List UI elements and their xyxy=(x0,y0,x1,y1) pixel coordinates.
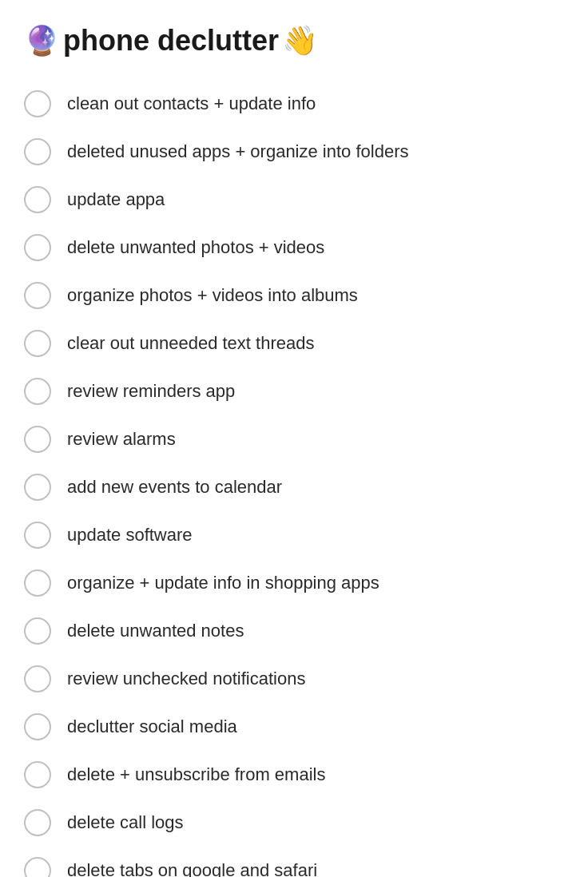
checkbox-item-7[interactable] xyxy=(24,378,51,405)
checkbox-item-15[interactable] xyxy=(24,761,51,788)
checkbox-item-11[interactable] xyxy=(24,569,51,597)
checkbox-item-10[interactable] xyxy=(24,522,51,549)
checkbox-item-5[interactable] xyxy=(24,282,51,309)
checkbox-item-6[interactable] xyxy=(24,330,51,357)
checkbox-item-9[interactable] xyxy=(24,474,51,501)
list-item: delete tabs on google and safari xyxy=(24,847,564,877)
list-item: delete unwanted notes xyxy=(24,607,564,655)
title-wave-emoji: 👋 xyxy=(282,24,318,58)
item-label-17: delete tabs on google and safari xyxy=(67,859,317,877)
item-label-4: delete unwanted photos + videos xyxy=(67,236,324,260)
list-item: organize photos + videos into albums xyxy=(24,272,564,319)
list-item: delete unwanted photos + videos xyxy=(24,224,564,272)
checkbox-item-17[interactable] xyxy=(24,857,51,877)
item-label-14: declutter social media xyxy=(67,716,237,739)
list-item: clean out contacts + update info xyxy=(24,80,564,128)
item-label-8: review alarms xyxy=(67,428,176,451)
list-item: clear out unneeded text threads xyxy=(24,319,564,367)
checkbox-item-16[interactable] xyxy=(24,809,51,836)
checkbox-item-2[interactable] xyxy=(24,138,51,165)
item-label-15: delete + unsubscribe from emails xyxy=(67,764,325,787)
item-label-2: deleted unused apps + organize into fold… xyxy=(67,141,408,164)
item-label-6: clear out unneeded text threads xyxy=(67,332,314,355)
list-item: update software xyxy=(24,511,564,559)
item-label-11: organize + update info in shopping apps xyxy=(67,572,379,595)
list-item: organize + update info in shopping apps xyxy=(24,559,564,607)
item-label-12: delete unwanted notes xyxy=(67,620,244,643)
item-label-1: clean out contacts + update info xyxy=(67,93,316,116)
item-label-5: organize photos + videos into albums xyxy=(67,284,358,308)
list-item: delete call logs xyxy=(24,799,564,847)
list-item: review unchecked notifications xyxy=(24,655,564,703)
item-label-9: add new events to calendar xyxy=(67,476,282,499)
list-item: review reminders app xyxy=(24,367,564,415)
list-item: review alarms xyxy=(24,415,564,463)
checklist: clean out contacts + update infodeleted … xyxy=(24,80,564,877)
list-item: declutter social media xyxy=(24,703,564,751)
item-label-13: review unchecked notifications xyxy=(67,668,305,691)
checkbox-item-1[interactable] xyxy=(24,90,51,117)
item-label-7: review reminders app xyxy=(67,380,235,403)
item-label-3: update appa xyxy=(67,188,165,212)
list-item: update appa xyxy=(24,176,564,224)
checkbox-item-3[interactable] xyxy=(24,186,51,213)
title-text: phone declutter xyxy=(63,24,279,58)
checkbox-item-8[interactable] xyxy=(24,426,51,453)
list-item: add new events to calendar xyxy=(24,463,564,511)
checkbox-item-4[interactable] xyxy=(24,234,51,261)
list-item: deleted unused apps + organize into fold… xyxy=(24,128,564,176)
title-emoji: 🔮 xyxy=(24,24,60,58)
item-label-16: delete call logs xyxy=(67,812,184,835)
item-label-10: update software xyxy=(67,524,193,547)
list-item: delete + unsubscribe from emails xyxy=(24,751,564,799)
page-title: 🔮phone declutter👋 xyxy=(24,24,564,58)
checkbox-item-13[interactable] xyxy=(24,665,51,692)
checkbox-item-14[interactable] xyxy=(24,713,51,740)
checkbox-item-12[interactable] xyxy=(24,617,51,645)
